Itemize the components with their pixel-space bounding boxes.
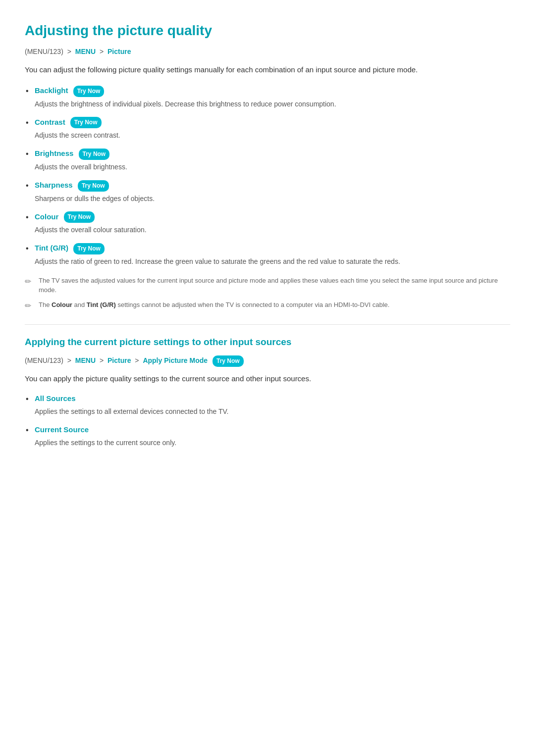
feature-name-colour: Colour <box>35 212 58 221</box>
feature-name-sharpness: Sharpness <box>35 181 73 189</box>
feature-name-current-source: Current Source <box>35 425 89 434</box>
section-divider <box>25 324 510 325</box>
feature-desc-tint: Adjusts the ratio of green to red. Incre… <box>35 256 510 267</box>
breadcrumb: (MENU/123) > MENU > Picture <box>25 46 510 57</box>
feature-desc-all-sources: Applies the settings to all external dev… <box>35 406 510 417</box>
section2-title: Applying the current picture settings to… <box>25 335 510 350</box>
note-2: The Colour and Tint (G/R) settings canno… <box>25 300 510 310</box>
section2-breadcrumb-prefix: (MENU/123) <box>25 356 63 364</box>
section2-breadcrumb-picture[interactable]: Picture <box>107 356 131 364</box>
try-now-badge-contrast[interactable]: Try Now <box>70 117 102 128</box>
note-2-text-3: settings cannot be adjusted when the TV … <box>116 301 390 308</box>
section2-breadcrumb-arrow1: > <box>67 356 71 364</box>
list-item: All Sources Applies the settings to all … <box>35 393 510 417</box>
section2-breadcrumb-arrow2: > <box>100 356 104 364</box>
breadcrumb-arrow1: > <box>67 48 71 55</box>
feature-name-brightness: Brightness <box>35 149 73 157</box>
feature-list: Backlight Try Now Adjusts the brightness… <box>35 85 510 267</box>
try-now-badge-backlight[interactable]: Try Now <box>73 86 105 97</box>
list-item: Backlight Try Now Adjusts the brightness… <box>35 85 510 109</box>
feature-name-tint: Tint (G/R) <box>35 244 68 252</box>
section2-breadcrumb-arrow3: > <box>135 356 139 364</box>
note-2-colour: Colour <box>52 301 72 308</box>
breadcrumb-picture[interactable]: Picture <box>107 48 131 55</box>
feature-desc-brightness: Adjusts the overall brightness. <box>35 162 510 172</box>
list-item: Sharpness Try Now Sharpens or dulls the … <box>35 179 510 204</box>
note-1-text: The TV saves the adjusted values for the… <box>39 277 498 294</box>
note-2-text-2: and <box>72 301 87 308</box>
note-2-text-1: The <box>39 301 52 308</box>
list-item: Contrast Try Now Adjusts the screen cont… <box>35 116 510 141</box>
feature-desc-contrast: Adjusts the screen contrast. <box>35 130 510 141</box>
section2-intro: You can apply the picture quality settin… <box>25 373 510 385</box>
breadcrumb-menu[interactable]: MENU <box>75 48 96 55</box>
list-item: Current Source Applies the settings to t… <box>35 424 510 448</box>
list-item: Tint (G/R) Try Now Adjusts the ratio of … <box>35 242 510 267</box>
list-item: Colour Try Now Adjusts the overall colou… <box>35 211 510 236</box>
try-now-badge-tint[interactable]: Try Now <box>73 243 105 254</box>
page-title: Adjusting the picture quality <box>25 20 510 42</box>
feature-desc-sharpness: Sharpens or dulls the edges of objects. <box>35 194 510 204</box>
try-now-badge-colour[interactable]: Try Now <box>64 211 95 223</box>
list-item: Brightness Try Now Adjusts the overall b… <box>35 148 510 172</box>
feature-desc-backlight: Adjusts the brightness of individual pix… <box>35 99 510 109</box>
breadcrumb-prefix: (MENU/123) <box>25 48 63 55</box>
feature-name-contrast: Contrast <box>35 118 65 126</box>
try-now-badge-brightness[interactable]: Try Now <box>79 149 110 160</box>
section2-breadcrumb-menu[interactable]: MENU <box>75 356 96 364</box>
try-now-badge-apply[interactable]: Try Now <box>213 355 244 367</box>
try-now-badge-sharpness[interactable]: Try Now <box>78 180 109 192</box>
section2-feature-list: All Sources Applies the settings to all … <box>35 393 510 448</box>
feature-desc-current-source: Applies the settings to the current sour… <box>35 438 510 448</box>
feature-name-backlight: Backlight <box>35 86 68 95</box>
feature-name-all-sources: All Sources <box>35 394 76 403</box>
note-1: The TV saves the adjusted values for the… <box>25 276 510 295</box>
intro-text: You can adjust the following picture qua… <box>25 64 510 76</box>
section2-breadcrumb: (MENU/123) > MENU > Picture > Apply Pict… <box>25 355 510 367</box>
note-2-tint: Tint (G/R) <box>87 301 116 308</box>
breadcrumb-arrow2: > <box>100 48 104 55</box>
feature-desc-colour: Adjusts the overall colour saturation. <box>35 225 510 235</box>
section2-breadcrumb-apply[interactable]: Apply Picture Mode <box>143 356 208 364</box>
